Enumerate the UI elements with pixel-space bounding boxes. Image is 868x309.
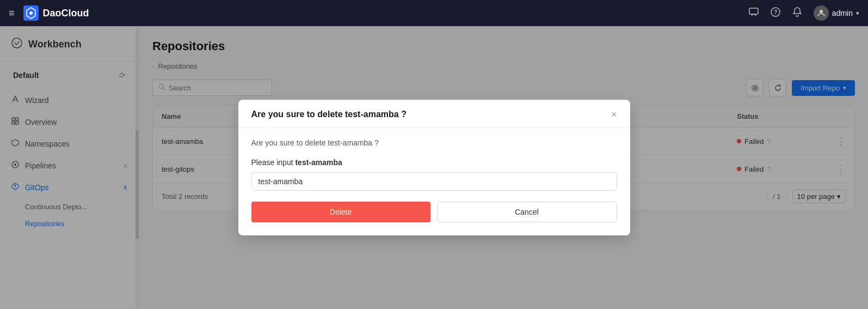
modal-close-button[interactable]: × (611, 110, 617, 119)
modal-actions: Delete Cancel (251, 202, 617, 222)
modal-title: Are you sure to delete test-amamba ? (251, 110, 407, 119)
username-label: admin (832, 9, 853, 17)
modal-input-label: Please input test-amamba (251, 158, 617, 167)
svg-point-6 (820, 10, 823, 13)
avatar (814, 5, 829, 21)
app-logo: DaoCloud (23, 5, 89, 21)
modal-overlay[interactable]: Are you sure to delete test-amamba ? × A… (0, 26, 868, 309)
modal-message: Are you sure to delete test-amamba ? (251, 138, 617, 147)
user-menu[interactable]: admin ▾ (814, 5, 859, 21)
chat-icon[interactable] (748, 7, 759, 20)
delete-confirm-modal: Are you sure to delete test-amamba ? × A… (238, 100, 630, 235)
modal-confirm-input[interactable] (251, 172, 617, 191)
modal-input-label-bold: test-amamba (295, 158, 342, 167)
app-name: DaoCloud (43, 8, 89, 19)
cancel-button[interactable]: Cancel (437, 202, 617, 222)
svg-rect-3 (749, 8, 758, 14)
modal-header: Are you sure to delete test-amamba ? × (238, 100, 630, 128)
daocloud-logo-icon (23, 5, 39, 21)
help-icon[interactable]: ? (770, 7, 781, 20)
modal-body: Are you sure to delete test-amamba ? Ple… (238, 128, 630, 235)
navbar: ≡ DaoCloud ? admin ▾ (0, 0, 868, 26)
svg-text:?: ? (773, 9, 777, 15)
user-chevron-icon: ▾ (856, 10, 859, 17)
hamburger-menu-icon[interactable]: ≡ (9, 8, 15, 19)
svg-point-2 (29, 11, 33, 15)
navbar-right: ? admin ▾ (748, 5, 859, 21)
bell-icon[interactable] (792, 7, 803, 20)
modal-input-label-prefix: Please input (251, 158, 296, 167)
delete-confirm-button[interactable]: Delete (251, 202, 430, 222)
